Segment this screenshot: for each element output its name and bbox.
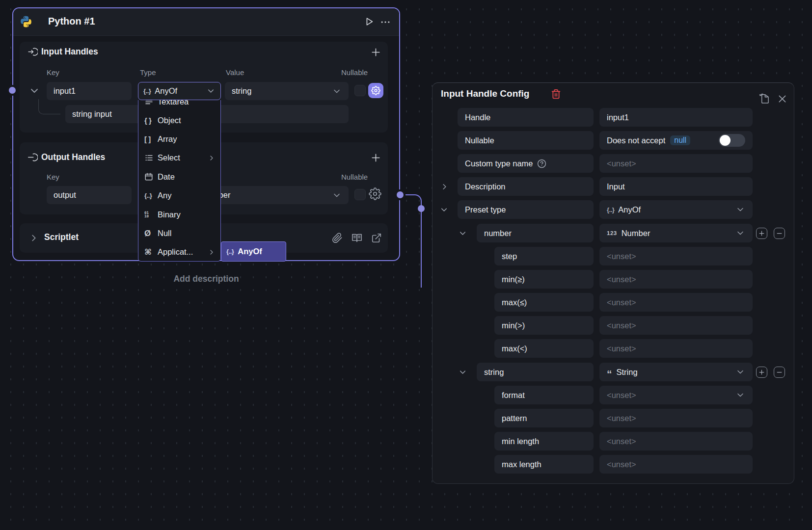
menu-item-date[interactable]: Date <box>138 167 220 186</box>
menu-item-array[interactable]: [ ] Array <box>138 130 220 148</box>
menu-item-textarea[interactable]: Textarea <box>138 100 220 111</box>
run-node-button[interactable] <box>364 16 375 27</box>
min-gt-value-field[interactable]: <unset> <box>599 316 753 335</box>
preset-type-label-field: Preset type <box>458 200 594 219</box>
output-handles-title: Output Handles <box>41 152 105 162</box>
remove-variant-button[interactable] <box>774 228 785 239</box>
remove-variant-button[interactable] <box>774 367 785 378</box>
input-value-select[interactable]: string <box>225 82 349 100</box>
type-dropdown-menu: Textarea { } Object [ ] Array Select Dat… <box>138 100 221 262</box>
chevron-right-icon[interactable] <box>28 233 39 243</box>
calendar-icon <box>144 172 158 181</box>
pattern-value-field[interactable]: <unset> <box>599 409 753 427</box>
null-badge: null <box>670 135 690 145</box>
trash-icon[interactable] <box>551 89 561 99</box>
description-value-field[interactable]: Input <box>599 177 753 196</box>
col-nullable: Nullable <box>341 68 368 77</box>
min-length-value-field[interactable]: <unset> <box>599 432 753 450</box>
duplicate-icon[interactable] <box>758 93 770 104</box>
type-select-trigger[interactable]: {..} AnyOf <box>138 82 221 100</box>
col-key: Key <box>47 173 59 181</box>
chevron-down-icon <box>332 190 342 200</box>
textarea-icon <box>144 100 158 106</box>
nullable-toggle[interactable] <box>719 134 745 147</box>
step-label-field: step <box>494 247 594 265</box>
min-gte-value-field[interactable]: <unset> <box>599 270 753 289</box>
node-menu-button[interactable] <box>380 17 391 29</box>
input-nullable-checkbox[interactable] <box>354 85 366 96</box>
handle-label-field: Handle <box>458 108 594 127</box>
menu-item-binary[interactable]: 0110 Binary <box>138 205 220 224</box>
close-icon[interactable] <box>777 94 787 104</box>
submenu-item-anyof[interactable]: {..} AnyOf <box>221 241 286 262</box>
step-value-field[interactable]: <unset> <box>599 247 753 265</box>
max-lte-label-field: max(≤) <box>494 293 594 312</box>
tree-connector <box>38 99 60 114</box>
max-length-label-field: max length <box>494 455 594 474</box>
submenu-chevron-icon <box>208 154 216 162</box>
chevron-down-icon <box>735 367 745 377</box>
chevron-down-icon[interactable] <box>458 368 467 377</box>
preset-type-select[interactable]: {..} AnyOf <box>599 200 753 219</box>
description-label-field: Description <box>458 177 594 196</box>
menu-item-select[interactable]: Select <box>138 149 220 167</box>
number-type-select[interactable]: 123 Number <box>599 224 753 242</box>
python-icon <box>20 15 32 30</box>
chevron-down-icon <box>735 205 745 214</box>
menu-item-null[interactable]: Ø Null <box>138 224 220 242</box>
input-connection-handle[interactable] <box>7 85 18 96</box>
max-lt-value-field[interactable]: <unset> <box>599 339 753 358</box>
chevron-right-icon[interactable] <box>440 182 449 191</box>
custom-type-value-field[interactable]: <unset> <box>599 154 753 173</box>
format-select[interactable]: <unset> <box>599 386 753 404</box>
add-output-handle-button[interactable] <box>370 152 382 164</box>
chevron-down-icon[interactable] <box>439 205 449 214</box>
input-key-field[interactable]: input1 <box>47 82 132 100</box>
output-nullable-checkbox[interactable] <box>354 189 366 200</box>
add-description-button[interactable]: Add description <box>12 274 400 284</box>
chevron-down-icon <box>735 390 745 400</box>
output-handles-icon <box>27 152 38 162</box>
binary-icon: 0110 <box>144 211 158 218</box>
col-nullable: Nullable <box>341 173 368 181</box>
help-circle-icon[interactable] <box>537 159 546 168</box>
menu-item-any[interactable]: {..} Any <box>138 186 220 205</box>
add-variant-button[interactable] <box>756 367 767 378</box>
pattern-label-field: pattern <box>494 409 594 427</box>
min-length-label-field: min length <box>494 432 594 450</box>
external-link-icon[interactable] <box>371 233 382 243</box>
handle-value-field[interactable]: input1 <box>599 108 753 127</box>
panel-title: Input Handle Config <box>441 88 529 99</box>
add-variant-button[interactable] <box>756 228 767 239</box>
add-input-handle-button[interactable] <box>370 46 382 58</box>
menu-item-object[interactable]: { } Object <box>138 111 220 130</box>
string-type-select[interactable]: “ String <box>599 363 753 381</box>
number-type-icon: 123 <box>607 230 617 236</box>
nullable-label-field: Nullable <box>458 131 594 150</box>
edge-endpoint[interactable] <box>418 205 425 212</box>
max-lt-label-field: max(<) <box>494 339 594 358</box>
anyof-type-icon: {..} <box>607 206 614 213</box>
output-config-gear-button[interactable] <box>369 187 381 200</box>
max-lte-value-field[interactable]: <unset> <box>599 293 753 312</box>
col-value: Value <box>226 68 244 77</box>
min-gte-label-field: min(≥) <box>494 270 594 289</box>
input-handles-icon <box>27 47 38 57</box>
menu-item-application[interactable]: ⌘ Applicat... <box>138 243 220 262</box>
string-label-field: string <box>477 363 594 381</box>
collapse-row-chevron-icon[interactable] <box>28 85 40 97</box>
nullable-value-field[interactable]: Does not accept null <box>599 131 753 150</box>
flow-canvas[interactable]: Python #1 Input Handles Key Type Value N… <box>0 0 812 530</box>
format-label-field: format <box>494 386 594 404</box>
attachment-icon[interactable] <box>332 233 343 243</box>
custom-type-label-field: Custom type name <box>458 154 594 173</box>
docs-reader-icon[interactable] <box>352 233 362 243</box>
anyof-type-icon: {..} <box>226 248 234 255</box>
any-type-icon: {..} <box>144 192 158 199</box>
input-config-gear-button[interactable] <box>368 83 383 98</box>
chevron-down-icon[interactable] <box>458 229 467 238</box>
min-gt-label-field: min(>) <box>494 316 594 335</box>
output-key-field[interactable]: output <box>47 186 132 204</box>
max-length-value-field[interactable]: <unset> <box>599 455 753 474</box>
output-connection-handle[interactable] <box>395 189 406 200</box>
